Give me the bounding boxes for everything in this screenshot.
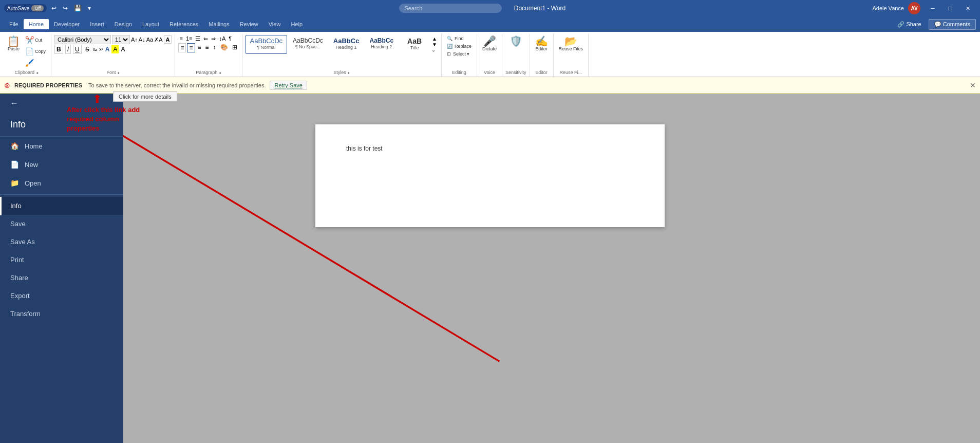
ribbon-content: 📋 Paste ✂️Cut 📄Copy 🖌️ Clipboard ⬥ [0, 32, 980, 77]
change-case-button[interactable]: Aa [146, 36, 153, 43]
styles-down[interactable]: ▼ [432, 42, 437, 47]
subscript-button[interactable]: x₂ [93, 47, 98, 52]
align-left-button[interactable]: ≡ [178, 43, 186, 52]
ribbon-tabs: File Home Developer Insert Design Layout… [0, 16, 980, 32]
sidebar-item-export[interactable]: Export [0, 287, 123, 305]
dictate-button[interactable]: 🎤 Dictate [480, 35, 499, 52]
italic-button[interactable]: I [65, 45, 71, 54]
styles-up[interactable]: ▲ [432, 36, 437, 42]
justify-button[interactable]: ≡ [204, 43, 211, 52]
select-button[interactable]: ⊡Select ▾ [445, 50, 472, 58]
voice-label: Voice [484, 69, 495, 77]
font-size-select[interactable]: 11 [112, 35, 130, 44]
style-title[interactable]: AaB Title [399, 35, 430, 54]
sidebar-item-home[interactable]: 🏠 Home [0, 137, 123, 155]
bold-format-button[interactable]: B [54, 45, 63, 54]
style-heading1[interactable]: AaBbCc Heading 1 [329, 35, 364, 54]
sidebar-back-button[interactable]: ← [0, 94, 123, 113]
editing-label: Editing [452, 69, 466, 77]
close-button[interactable]: ✕ [959, 1, 976, 16]
sidebar-item-info[interactable]: Info [0, 197, 123, 215]
sidebar-item-new-label: New [25, 161, 38, 169]
borders-button[interactable]: ⊞ [231, 43, 239, 52]
highlight-button[interactable]: A [111, 45, 119, 53]
copy-button[interactable]: 📄Copy [23, 46, 48, 57]
close-notification-button[interactable]: ✕ [970, 81, 976, 89]
quick-access-more[interactable]: ▾ [86, 4, 92, 13]
sidebar-item-new[interactable]: 📄 New [0, 155, 123, 174]
numbering-button[interactable]: 1≡ [185, 35, 194, 43]
tab-mailings[interactable]: Mailings [203, 19, 234, 29]
tab-view[interactable]: View [263, 19, 286, 29]
ribbon-group-editing: 🔍Find 🔄Replace ⊡Select ▾ Editing [442, 34, 477, 77]
align-center-button[interactable]: ≡ [187, 43, 195, 52]
ribbon-group-font: Calibri (Body) 11 A↑ A↓ Aa ✗A A B I U S̶… [51, 34, 175, 77]
ribbon-group-reuse: 📂 Reuse Files Reuse Fi... [554, 34, 589, 77]
share-button[interactable]: 🔗 Share [892, 20, 926, 29]
tab-help[interactable]: Help [286, 19, 308, 29]
minimize-button[interactable]: ─ [925, 1, 941, 16]
sidebar-item-transform[interactable]: Transform [0, 305, 123, 323]
comments-button[interactable]: 💬 Comments [929, 19, 976, 30]
search-input[interactable] [399, 4, 502, 13]
tab-developer[interactable]: Developer [49, 19, 85, 29]
retry-save-link[interactable]: Retry Save [270, 81, 307, 90]
tab-review[interactable]: Review [235, 19, 263, 29]
show-hide-button[interactable]: ¶ [228, 35, 233, 43]
sidebar-item-save[interactable]: Save [0, 215, 123, 233]
sidebar-title: Info [0, 113, 123, 137]
line-spacing-button[interactable]: ↕ [212, 43, 218, 52]
superscript-button[interactable]: x² [99, 47, 103, 52]
sidebar-divider-1 [0, 194, 123, 195]
replace-button[interactable]: 🔄Replace [445, 43, 474, 50]
align-right-button[interactable]: ≡ [196, 43, 203, 52]
font-size-up[interactable]: A↑ [131, 36, 138, 43]
autosave-toggle[interactable]: AutoSave Off [4, 4, 47, 12]
paste-button[interactable]: 📋 Paste [5, 35, 22, 52]
sort-button[interactable]: ↕A [218, 35, 227, 43]
format-painter-button[interactable]: 🖌️ [23, 58, 48, 68]
doc-title: Document1 - Word [399, 4, 566, 13]
underline-button[interactable]: U [73, 45, 82, 54]
sidebar-item-saveas[interactable]: Save As [0, 233, 123, 251]
decrease-indent-button[interactable]: ⇐ [202, 35, 209, 43]
style-heading2[interactable]: AaBbCc Heading 2 [365, 35, 398, 54]
sidebar-item-share[interactable]: Share [0, 269, 123, 287]
sidebar-item-open[interactable]: 📁 Open [0, 174, 123, 192]
reuse-files-button[interactable]: 📂 Reuse Files [557, 35, 586, 52]
style-no-spacing[interactable]: AaBbCcDc ¶ No Spac... [288, 35, 328, 54]
tab-references[interactable]: References [164, 19, 203, 29]
bold-button[interactable]: A [164, 35, 172, 44]
shading-button[interactable]: 🎨 [219, 43, 230, 52]
find-button[interactable]: 🔍Find [445, 35, 466, 42]
tab-home[interactable]: Home [24, 19, 49, 29]
style-normal[interactable]: AaBbCcDc ¶ Normal [246, 35, 288, 54]
save-quick-button[interactable]: 💾 [72, 4, 83, 13]
undo-button[interactable]: ↩ [50, 4, 58, 13]
font-family-select[interactable]: Calibri (Body) [54, 35, 111, 44]
tab-insert[interactable]: Insert [85, 19, 109, 29]
text-color-button[interactable]: A [121, 46, 125, 53]
clear-format-button[interactable]: ✗A [154, 36, 162, 43]
sensitivity-button[interactable]: 🛡️ [507, 35, 524, 47]
strikethrough-button[interactable]: S̶ [84, 45, 91, 53]
editor-button[interactable]: ✍️ Editor [533, 35, 550, 52]
font-color-button[interactable]: A [105, 46, 110, 53]
sidebar-item-share-label: Share [10, 274, 28, 282]
increase-indent-button[interactable]: ⇒ [210, 35, 217, 43]
tab-file[interactable]: File [4, 19, 24, 29]
styles-more[interactable]: ⬦ [432, 47, 437, 53]
notification-title: REQUIRED PROPERTIES [14, 82, 82, 88]
font-size-down[interactable]: A↓ [139, 36, 145, 43]
multilevel-button[interactable]: ☰ [194, 35, 201, 43]
cut-button[interactable]: ✂️Cut [23, 35, 48, 45]
maximize-button[interactable]: □ [942, 1, 958, 16]
redo-button[interactable]: ↪ [61, 4, 69, 13]
tab-design[interactable]: Design [109, 19, 137, 29]
bullets-button[interactable]: ≡ [178, 35, 183, 43]
main-area: Document1 - Word this is for test ← Info… [0, 94, 980, 443]
sidebar-item-print[interactable]: Print [0, 251, 123, 269]
tab-layout[interactable]: Layout [137, 19, 164, 29]
tooltip-text: Click for more details [119, 94, 172, 100]
user-avatar[interactable]: AV [908, 2, 920, 14]
